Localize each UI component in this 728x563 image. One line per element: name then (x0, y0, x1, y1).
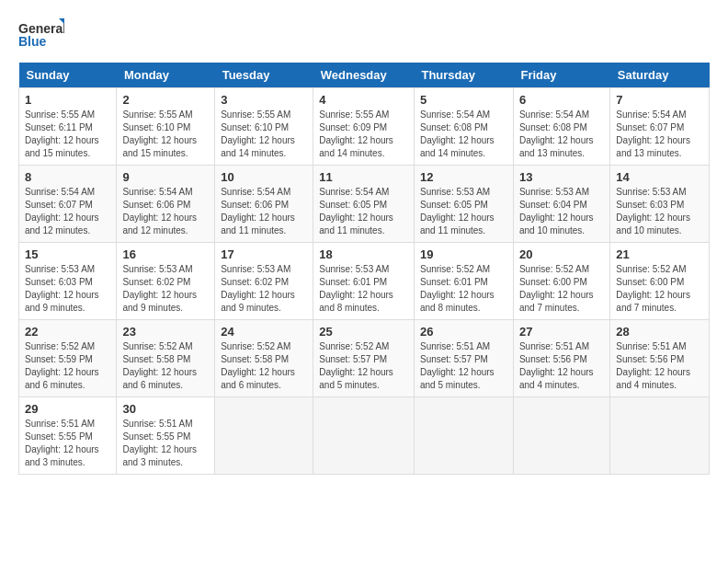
day-number: 23 (122, 325, 209, 339)
day-info: Sunrise: 5:51 AMSunset: 5:57 PMDaylight:… (420, 341, 495, 390)
day-info: Sunrise: 5:55 AMSunset: 6:09 PMDaylight:… (319, 109, 393, 158)
empty-cell (313, 397, 415, 475)
day-info: Sunrise: 5:55 AMSunset: 6:10 PMDaylight:… (221, 109, 295, 158)
day-number: 22 (25, 325, 110, 339)
day-info: Sunrise: 5:53 AMSunset: 6:02 PMDaylight:… (221, 264, 295, 313)
day-cell-19: 19 Sunrise: 5:52 AMSunset: 6:01 PMDaylig… (414, 243, 513, 320)
week-row-4: 22 Sunrise: 5:52 AMSunset: 5:59 PMDaylig… (19, 320, 710, 397)
day-number: 7 (616, 93, 703, 107)
day-info: Sunrise: 5:53 AMSunset: 6:03 PMDaylight:… (616, 187, 690, 236)
day-number: 21 (616, 247, 703, 261)
day-number: 15 (25, 247, 110, 261)
day-number: 28 (616, 325, 703, 339)
day-cell-29: 29 Sunrise: 5:51 AMSunset: 5:55 PMDaylig… (19, 397, 117, 475)
header-wednesday: Wednesday (313, 63, 415, 88)
day-info: Sunrise: 5:51 AMSunset: 5:55 PMDaylight:… (25, 419, 99, 467)
svg-text:Blue: Blue (18, 34, 47, 49)
calendar-table: SundayMondayTuesdayWednesdayThursdayFrid… (18, 63, 710, 475)
day-cell-27: 27 Sunrise: 5:51 AMSunset: 5:56 PMDaylig… (513, 320, 609, 397)
day-cell-7: 7 Sunrise: 5:54 AMSunset: 6:07 PMDayligh… (610, 88, 710, 166)
day-number: 20 (519, 247, 604, 261)
day-cell-24: 24 Sunrise: 5:52 AMSunset: 5:58 PMDaylig… (215, 320, 313, 397)
day-info: Sunrise: 5:54 AMSunset: 6:06 PMDaylight:… (221, 187, 295, 236)
day-number: 4 (319, 93, 408, 107)
day-number: 27 (519, 325, 604, 339)
day-info: Sunrise: 5:54 AMSunset: 6:08 PMDaylight:… (420, 109, 495, 158)
header-friday: Friday (513, 63, 609, 88)
day-info: Sunrise: 5:55 AMSunset: 6:10 PMDaylight:… (122, 109, 197, 158)
day-info: Sunrise: 5:52 AMSunset: 6:01 PMDaylight:… (420, 264, 495, 313)
day-info: Sunrise: 5:52 AMSunset: 5:59 PMDaylight:… (25, 341, 99, 390)
day-info: Sunrise: 5:52 AMSunset: 6:00 PMDaylight:… (616, 264, 690, 313)
day-info: Sunrise: 5:53 AMSunset: 6:03 PMDaylight:… (25, 264, 99, 313)
day-info: Sunrise: 5:53 AMSunset: 6:02 PMDaylight:… (122, 264, 197, 313)
day-cell-16: 16 Sunrise: 5:53 AMSunset: 6:02 PMDaylig… (117, 243, 215, 320)
day-info: Sunrise: 5:52 AMSunset: 6:00 PMDaylight:… (519, 264, 594, 313)
day-number: 1 (25, 93, 110, 107)
header-monday: Monday (117, 63, 215, 88)
day-number: 29 (25, 402, 110, 416)
header-sunday: Sunday (19, 63, 117, 88)
header-thursday: Thursday (414, 63, 513, 88)
day-cell-17: 17 Sunrise: 5:53 AMSunset: 6:02 PMDaylig… (215, 243, 313, 320)
header-tuesday: Tuesday (215, 63, 313, 88)
day-info: Sunrise: 5:52 AMSunset: 5:57 PMDaylight:… (319, 341, 393, 390)
day-cell-9: 9 Sunrise: 5:54 AMSunset: 6:06 PMDayligh… (117, 166, 215, 243)
day-number: 3 (221, 93, 307, 107)
day-cell-4: 4 Sunrise: 5:55 AMSunset: 6:09 PMDayligh… (313, 88, 415, 166)
empty-cell (610, 397, 710, 475)
day-number: 10 (221, 170, 307, 184)
day-cell-6: 6 Sunrise: 5:54 AMSunset: 6:08 PMDayligh… (513, 88, 609, 166)
day-info: Sunrise: 5:54 AMSunset: 6:05 PMDaylight:… (319, 187, 393, 236)
day-cell-10: 10 Sunrise: 5:54 AMSunset: 6:06 PMDaylig… (215, 166, 313, 243)
day-info: Sunrise: 5:53 AMSunset: 6:01 PMDaylight:… (319, 264, 393, 313)
day-info: Sunrise: 5:54 AMSunset: 6:07 PMDaylight:… (616, 109, 690, 158)
day-number: 11 (319, 170, 408, 184)
day-number: 8 (25, 170, 110, 184)
day-cell-21: 21 Sunrise: 5:52 AMSunset: 6:00 PMDaylig… (610, 243, 710, 320)
day-info: Sunrise: 5:55 AMSunset: 6:11 PMDaylight:… (25, 109, 99, 158)
day-info: Sunrise: 5:54 AMSunset: 6:07 PMDaylight:… (25, 187, 99, 236)
day-info: Sunrise: 5:51 AMSunset: 5:56 PMDaylight:… (519, 341, 594, 390)
day-info: Sunrise: 5:54 AMSunset: 6:08 PMDaylight:… (519, 109, 594, 158)
day-number: 17 (221, 247, 307, 261)
day-cell-14: 14 Sunrise: 5:53 AMSunset: 6:03 PMDaylig… (610, 166, 710, 243)
logo-svg: General Blue (18, 18, 64, 53)
day-cell-30: 30 Sunrise: 5:51 AMSunset: 5:55 PMDaylig… (117, 397, 215, 475)
day-cell-11: 11 Sunrise: 5:54 AMSunset: 6:05 PMDaylig… (313, 166, 415, 243)
day-number: 24 (221, 325, 307, 339)
day-number: 2 (122, 93, 209, 107)
day-info: Sunrise: 5:53 AMSunset: 6:04 PMDaylight:… (519, 187, 594, 236)
day-cell-5: 5 Sunrise: 5:54 AMSunset: 6:08 PMDayligh… (414, 88, 513, 166)
day-cell-23: 23 Sunrise: 5:52 AMSunset: 5:58 PMDaylig… (117, 320, 215, 397)
day-number: 19 (420, 247, 507, 261)
day-number: 30 (122, 402, 209, 416)
day-number: 9 (122, 170, 209, 184)
day-cell-20: 20 Sunrise: 5:52 AMSunset: 6:00 PMDaylig… (513, 243, 609, 320)
week-row-5: 29 Sunrise: 5:51 AMSunset: 5:55 PMDaylig… (19, 397, 710, 475)
day-info: Sunrise: 5:52 AMSunset: 5:58 PMDaylight:… (122, 341, 197, 390)
week-row-1: 1 Sunrise: 5:55 AMSunset: 6:11 PMDayligh… (19, 88, 710, 166)
day-number: 18 (319, 247, 408, 261)
logo: General Blue (18, 18, 64, 53)
day-cell-12: 12 Sunrise: 5:53 AMSunset: 6:05 PMDaylig… (414, 166, 513, 243)
empty-cell (215, 397, 313, 475)
day-number: 6 (519, 93, 604, 107)
day-cell-18: 18 Sunrise: 5:53 AMSunset: 6:01 PMDaylig… (313, 243, 415, 320)
day-info: Sunrise: 5:54 AMSunset: 6:06 PMDaylight:… (122, 187, 197, 236)
day-cell-2: 2 Sunrise: 5:55 AMSunset: 6:10 PMDayligh… (117, 88, 215, 166)
day-cell-3: 3 Sunrise: 5:55 AMSunset: 6:10 PMDayligh… (215, 88, 313, 166)
day-cell-26: 26 Sunrise: 5:51 AMSunset: 5:57 PMDaylig… (414, 320, 513, 397)
day-cell-15: 15 Sunrise: 5:53 AMSunset: 6:03 PMDaylig… (19, 243, 117, 320)
header-row: SundayMondayTuesdayWednesdayThursdayFrid… (19, 63, 710, 88)
week-row-3: 15 Sunrise: 5:53 AMSunset: 6:03 PMDaylig… (19, 243, 710, 320)
day-number: 5 (420, 93, 507, 107)
day-info: Sunrise: 5:51 AMSunset: 5:55 PMDaylight:… (122, 419, 197, 467)
day-number: 25 (319, 325, 408, 339)
day-cell-28: 28 Sunrise: 5:51 AMSunset: 5:56 PMDaylig… (610, 320, 710, 397)
header-saturday: Saturday (610, 63, 710, 88)
day-cell-25: 25 Sunrise: 5:52 AMSunset: 5:57 PMDaylig… (313, 320, 415, 397)
day-number: 14 (616, 170, 703, 184)
day-number: 26 (420, 325, 507, 339)
day-number: 13 (519, 170, 604, 184)
